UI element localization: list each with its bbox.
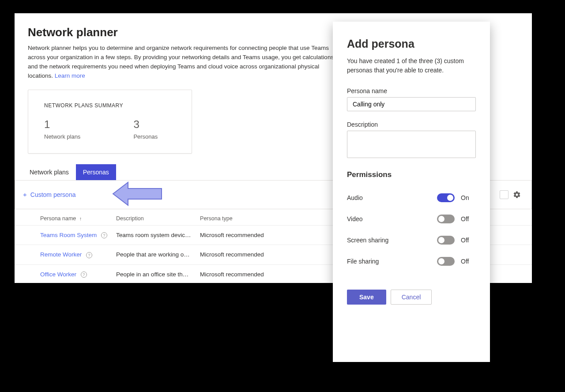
col-persona-name[interactable]: Persona name ↑: [15, 209, 112, 226]
summary-title: NETWORK PLANS SUMMARY: [44, 102, 176, 109]
plus-icon: +: [23, 191, 27, 198]
perm-label: File sharing: [347, 258, 437, 265]
stat-label: Network plans: [44, 133, 80, 140]
tab-personas[interactable]: Personas: [76, 164, 116, 180]
persona-name-label: Persona name: [347, 87, 476, 94]
custom-persona-label: Custom persona: [30, 191, 76, 198]
persona-name-input[interactable]: [347, 97, 476, 111]
add-persona-panel: Add persona You have created 1 of the th…: [333, 22, 490, 362]
perm-label: Video: [347, 215, 437, 222]
custom-persona-button[interactable]: + Custom persona: [21, 188, 77, 201]
network-plans-summary-card: NETWORK PLANS SUMMARY 1 Network plans 3 …: [28, 90, 192, 154]
tab-network-plans[interactable]: Network plans: [23, 164, 76, 180]
stat-network-plans: 1 Network plans: [44, 118, 80, 140]
perm-state: Off: [461, 258, 476, 265]
perm-label: Screen sharing: [347, 237, 437, 244]
persona-desc: People in an office site tha…: [112, 264, 196, 284]
persona-desc: People that are working of…: [112, 245, 196, 264]
col-description[interactable]: Description: [112, 209, 196, 226]
col-label: Persona name: [40, 215, 76, 222]
file-sharing-toggle[interactable]: [437, 257, 455, 266]
description-label: Description: [347, 121, 476, 128]
perm-row-file-sharing: File sharing Off: [347, 251, 476, 272]
cancel-button[interactable]: Cancel: [391, 290, 432, 305]
annotation-arrow-icon: [109, 178, 167, 210]
perm-state: On: [461, 194, 476, 201]
gear-icon[interactable]: [513, 191, 521, 199]
panel-title: Add persona: [347, 38, 476, 50]
screen-sharing-toggle[interactable]: [437, 236, 455, 245]
stat-personas: 3 Personas: [133, 118, 158, 140]
save-button[interactable]: Save: [347, 290, 386, 305]
perm-label: Audio: [347, 194, 437, 201]
perm-row-video: Video Off: [347, 208, 476, 230]
toolbar-box[interactable]: [500, 190, 508, 199]
sort-asc-icon: ↑: [79, 216, 82, 221]
learn-more-link[interactable]: Learn more: [55, 72, 85, 79]
persona-name-link[interactable]: Office Worker: [40, 271, 76, 278]
perm-row-screen-sharing: Screen sharing Off: [347, 230, 476, 251]
help-icon[interactable]: ?: [81, 271, 87, 278]
persona-name-link[interactable]: Teams Room System: [40, 232, 97, 238]
page-description: Network planner helps you to determine a…: [15, 44, 350, 90]
persona-desc: Teams room system device…: [112, 225, 196, 245]
persona-name-link[interactable]: Remote Worker: [40, 251, 82, 258]
description-input[interactable]: [347, 131, 476, 158]
video-toggle[interactable]: [437, 215, 455, 223]
help-icon[interactable]: ?: [86, 252, 92, 258]
perm-state: Off: [461, 215, 476, 222]
perm-row-audio: Audio On: [347, 187, 476, 208]
perm-state: Off: [461, 237, 476, 244]
panel-subtitle: You have created 1 of the three (3) cust…: [347, 57, 476, 75]
stat-label: Personas: [133, 133, 158, 140]
permissions-heading: Permissions: [347, 170, 476, 179]
help-icon[interactable]: ?: [101, 232, 107, 238]
stat-value: 1: [44, 118, 80, 131]
audio-toggle[interactable]: [437, 193, 455, 202]
stat-value: 3: [133, 118, 158, 131]
